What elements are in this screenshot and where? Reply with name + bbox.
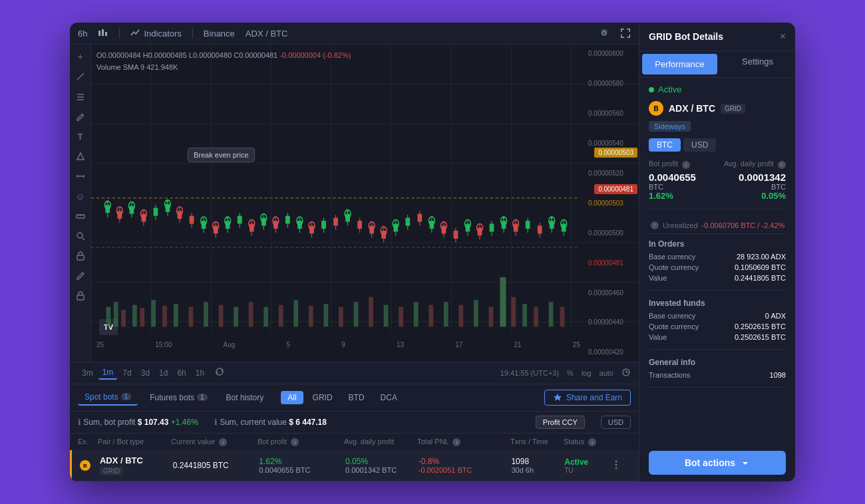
svg-rect-51 <box>309 306 313 326</box>
lock2-tool[interactable] <box>74 289 87 303</box>
panel-header: GRID Bot Details × <box>639 23 795 51</box>
chart-toolbar: 6h Indicators Binance ADX / BTC <box>70 23 639 45</box>
tab-performance[interactable]: Performance <box>642 54 717 74</box>
usd-btn[interactable]: USD <box>601 416 631 429</box>
time-3m[interactable]: 3m <box>78 367 97 379</box>
svg-rect-43 <box>189 307 194 327</box>
close-button[interactable]: × <box>780 31 786 43</box>
pair-label: ADX / BTC <box>246 29 288 39</box>
time-1d[interactable]: 1d <box>155 367 172 379</box>
bot-list-section: Spot bots 1 Futures bots 1 Bot history A… <box>70 384 639 482</box>
svg-rect-35 <box>106 307 111 327</box>
svg-rect-101 <box>285 216 290 224</box>
summary-bar: ℹ Sum, bot profit $ 107.43 +1.46% ℹ Sum,… <box>70 412 639 434</box>
time-right: 19:41:55 (UTC+3) % log auto <box>500 368 631 378</box>
time-6h[interactable]: 6h <box>173 367 190 379</box>
lock-tool[interactable] <box>74 249 87 263</box>
price-tag-yellow: 0.00000503 <box>594 148 637 158</box>
settings-icon[interactable] <box>599 28 609 39</box>
share-earn-btn[interactable]: Share and Earn <box>544 390 631 406</box>
spot-bots-tab[interactable]: Spot bots 1 <box>78 390 138 406</box>
btc-btn[interactable]: BTC <box>649 138 681 152</box>
fullscreen-icon[interactable] <box>620 28 631 39</box>
svg-line-3 <box>77 73 84 80</box>
svg-rect-2 <box>105 32 107 36</box>
grid-badge: GRID <box>721 104 745 114</box>
profit-metrics: Bot profit i 0.0040655 BTC 1.62% Avg. da… <box>649 160 786 209</box>
line-tool[interactable] <box>74 70 87 83</box>
timeframe-selector[interactable]: 6h <box>78 29 87 39</box>
svg-rect-52 <box>323 304 328 326</box>
time-3d[interactable]: 3d <box>137 367 154 379</box>
time-1h[interactable]: 1h <box>192 367 208 379</box>
breakeven-tooltip: Break even price <box>188 148 255 162</box>
price-tag-red: 0.00000481 <box>594 184 637 194</box>
svg-point-184 <box>615 463 617 465</box>
svg-rect-60 <box>444 302 448 326</box>
sideways-badge: Sideways <box>649 121 691 132</box>
filter-all[interactable]: All <box>281 391 303 404</box>
pair-label: ADX / BTC <box>669 103 715 114</box>
bot-list-header: Spot bots 1 Futures bots 1 Bot history A… <box>70 384 639 412</box>
text-tool[interactable]: T <box>74 130 87 143</box>
zoom-tool[interactable] <box>74 229 87 243</box>
general-title: General info <box>649 358 786 367</box>
svg-rect-37 <box>121 310 126 326</box>
bot-profit-value: 0.0040655 <box>649 172 696 183</box>
chart-type-icon[interactable] <box>98 28 108 39</box>
ruler-tool[interactable] <box>74 209 87 223</box>
pair-info: B ADX / BTC GRID <box>649 101 786 116</box>
filter-grid[interactable]: GRID <box>306 391 339 404</box>
time-7d[interactable]: 7d <box>118 367 135 379</box>
log-btn[interactable]: log <box>582 369 592 377</box>
chart-tools: + T ☺ <box>70 45 91 362</box>
svg-rect-45 <box>219 305 224 327</box>
svg-rect-50 <box>293 300 298 326</box>
svg-rect-63 <box>489 307 494 327</box>
clock-icon[interactable] <box>621 368 631 378</box>
svg-text:+: + <box>166 196 169 205</box>
svg-rect-129 <box>454 231 458 239</box>
active-text: Active <box>658 84 681 94</box>
indicators-btn[interactable]: Indicators <box>130 29 181 39</box>
futures-bots-tab[interactable]: Futures bots 1 <box>143 390 214 405</box>
measure-tool[interactable] <box>74 170 87 183</box>
filter-dca[interactable]: DCA <box>374 391 404 404</box>
bot-history-tab[interactable]: Bot history <box>220 390 271 405</box>
svg-rect-47 <box>249 302 254 326</box>
emoji-tool[interactable]: ☺ <box>74 189 87 203</box>
svg-text:+: + <box>226 213 229 223</box>
svg-rect-67 <box>534 307 538 327</box>
pen-tool[interactable] <box>74 269 87 283</box>
exchange-icon: B <box>80 460 90 471</box>
svg-rect-58 <box>414 302 419 326</box>
svg-text:+: + <box>502 213 505 223</box>
svg-rect-68 <box>549 302 554 326</box>
auto-btn[interactable]: auto <box>600 369 613 377</box>
shape-tool[interactable] <box>74 150 87 163</box>
percent-icon[interactable]: % <box>567 369 574 377</box>
pencil-tool[interactable] <box>74 110 87 123</box>
time-1m[interactable]: 1m <box>98 366 118 380</box>
sync-icon[interactable] <box>215 367 224 379</box>
inv-value-row: Value 0.2502615 BTC <box>649 333 786 350</box>
svg-rect-69 <box>560 307 565 327</box>
active-badge: Active <box>649 84 786 94</box>
tab-settings[interactable]: Settings <box>720 51 795 77</box>
cursor-tool[interactable]: + <box>74 50 87 63</box>
left-panel: 6h Indicators Binance ADX / BTC + <box>70 23 639 481</box>
svg-rect-79 <box>154 208 158 216</box>
svg-rect-49 <box>279 305 283 327</box>
bot-actions-button[interactable]: Bot actions <box>649 451 786 475</box>
svg-rect-61 <box>458 305 463 327</box>
profit-ccy-btn[interactable]: Profit CCY <box>536 416 585 429</box>
filter-btd[interactable]: BTD <box>342 391 371 404</box>
divider-2 <box>192 28 193 39</box>
indicator-tool[interactable] <box>74 90 87 103</box>
svg-rect-107 <box>321 221 326 229</box>
usd-btn2[interactable]: USD <box>683 138 716 152</box>
inv-quote-row: Quote currency 0.2502615 BTC <box>649 322 786 330</box>
filter-tabs: All GRID BTD DCA <box>281 391 404 404</box>
svg-rect-121 <box>405 218 410 226</box>
table-row[interactable]: B ADX / BTC GRID 0.2441805 BTC 1.62% 0.0… <box>70 450 639 481</box>
